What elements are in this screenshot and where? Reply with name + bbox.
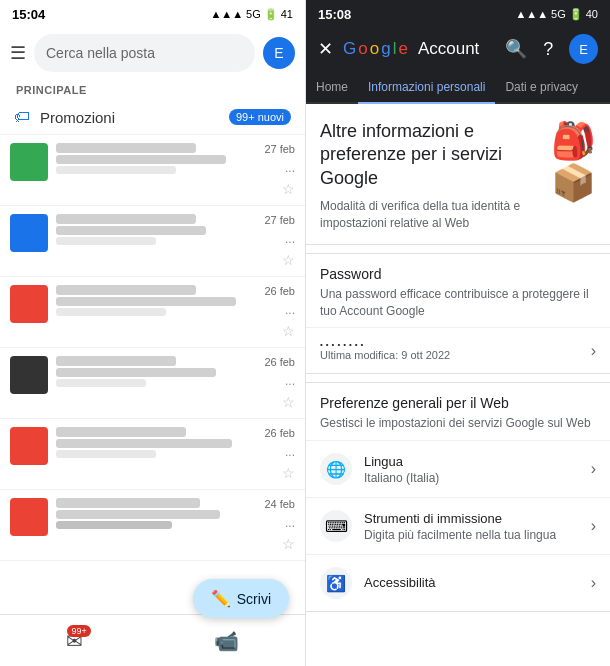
email-avatar	[10, 498, 48, 536]
email-options: ...	[285, 161, 295, 175]
compose-icon: ✏️	[211, 589, 231, 608]
email-item[interactable]: 24 feb ... ☆	[0, 490, 305, 561]
email-sender	[56, 285, 196, 295]
promotions-badge: 99+ nuovi	[229, 109, 291, 125]
search-icon-header[interactable]: 🔍	[505, 38, 527, 60]
close-icon[interactable]: ✕	[318, 38, 333, 60]
language-row[interactable]: 🌐 Lingua Italiano (Italia) ›	[306, 440, 610, 497]
accessibility-row[interactable]: ♿ Accessibilità ›	[306, 554, 610, 611]
network-type-right: 5G	[551, 8, 566, 20]
tab-personal-info[interactable]: Informazioni personali	[358, 72, 495, 104]
hero-title: Altre informazioni e preferenze per i se…	[320, 120, 543, 190]
star-icon[interactable]: ☆	[282, 252, 295, 268]
menu-icon[interactable]: ☰	[10, 42, 26, 64]
input-tools-row[interactable]: ⌨ Strumenti di immissione Digita più fac…	[306, 497, 610, 554]
password-row[interactable]: •••••••• Ultima modifica: 9 ott 2022 ›	[306, 327, 610, 373]
email-options: ...	[285, 516, 295, 530]
chevron-right-icon: ›	[591, 460, 596, 478]
section-label-main: PRINCIPALE	[0, 78, 305, 100]
hero-desc: Modalità di verifica della tua identità …	[320, 198, 543, 232]
account-panel: 15:08 ▲▲▲ 5G 🔋 40 ✕ Google Account 🔍 ? E…	[305, 0, 610, 666]
email-meta: 26 feb ... ☆	[264, 285, 295, 339]
help-icon[interactable]: ?	[543, 39, 553, 60]
email-preview	[56, 166, 176, 174]
email-item[interactable]: 27 feb ... ☆	[0, 135, 305, 206]
info-hero: Altre informazioni e preferenze per i se…	[306, 104, 610, 245]
input-tools-content: Strumenti di immissione Digita più facil…	[364, 511, 591, 542]
email-preview	[56, 379, 146, 387]
star-icon[interactable]: ☆	[282, 536, 295, 552]
chevron-right-icon: ›	[591, 342, 596, 360]
nav-item-mail[interactable]: ✉ 99+	[66, 629, 83, 653]
status-bar-right: 15:08 ▲▲▲ 5G 🔋 40	[306, 0, 610, 28]
compose-label: Scrivi	[237, 591, 271, 607]
email-meta: 27 feb ... ☆	[264, 214, 295, 268]
email-sender	[56, 356, 176, 366]
email-avatar	[10, 214, 48, 252]
star-icon[interactable]: ☆	[282, 394, 295, 410]
email-meta: 26 feb ... ☆	[264, 356, 295, 410]
email-item[interactable]: 27 feb ... ☆	[0, 206, 305, 277]
search-bar[interactable]: Cerca nella posta	[34, 34, 255, 72]
email-subject	[56, 155, 226, 164]
mail-badge: 99+	[67, 625, 90, 637]
email-content	[56, 285, 256, 316]
email-preview	[56, 237, 156, 245]
password-section: Password Una password efficace contribui…	[306, 253, 610, 375]
email-list: 27 feb ... ☆ 27 feb ... ☆	[0, 135, 305, 614]
email-item[interactable]: 26 feb ... ☆	[0, 277, 305, 348]
email-avatar	[10, 143, 48, 181]
battery-level-left: 41	[281, 8, 293, 20]
email-avatar	[10, 356, 48, 394]
email-options: ...	[285, 374, 295, 388]
battery-level-right: 40	[586, 8, 598, 20]
email-meta: 26 feb ... ☆	[264, 427, 295, 481]
email-date: 26 feb	[264, 356, 295, 368]
account-header: ✕ Google Account 🔍 ? E	[306, 28, 610, 72]
signal-icon-left: ▲▲▲	[210, 8, 243, 20]
password-content: •••••••• Ultima modifica: 9 ott 2022	[320, 340, 591, 361]
web-prefs-desc: Gestisci le impostazioni dei servizi Goo…	[306, 415, 610, 440]
tag-icon: 🏷	[14, 108, 30, 126]
email-date: 27 feb	[264, 214, 295, 226]
email-content	[56, 356, 256, 387]
email-sender	[56, 427, 186, 437]
star-icon[interactable]: ☆	[282, 323, 295, 339]
nav-item-video[interactable]: 📹	[214, 629, 239, 653]
email-item[interactable]: 26 feb ... ☆	[0, 419, 305, 490]
email-avatar	[10, 285, 48, 323]
star-icon[interactable]: ☆	[282, 465, 295, 481]
email-item[interactable]: 26 feb ... ☆	[0, 348, 305, 419]
battery-icon-left: 🔋	[264, 8, 278, 21]
promotions-label: Promozioni	[40, 109, 229, 126]
input-tools-title: Strumenti di immissione	[364, 511, 591, 526]
tab-home[interactable]: Home	[306, 72, 358, 104]
email-avatar	[10, 427, 48, 465]
hero-text: Altre informazioni e preferenze per i se…	[320, 120, 543, 232]
signal-icon-right: ▲▲▲	[515, 8, 548, 20]
status-bar-left: 15:04 ▲▲▲ 5G 🔋 41	[0, 0, 305, 28]
account-title: Account	[418, 39, 479, 59]
promotions-row[interactable]: 🏷 Promozioni 99+ nuovi	[0, 100, 305, 135]
google-logo: Google	[343, 39, 408, 59]
tab-data-privacy[interactable]: Dati e privacy	[495, 72, 588, 104]
password-last-modified: Ultima modifica: 9 ott 2022	[320, 349, 591, 361]
avatar-right[interactable]: E	[569, 34, 598, 64]
email-sender	[56, 214, 196, 224]
email-meta: 24 feb ... ☆	[264, 498, 295, 552]
email-subject	[56, 297, 236, 306]
email-options: ...	[285, 303, 295, 317]
email-subject	[56, 439, 232, 448]
star-icon[interactable]: ☆	[282, 181, 295, 197]
battery-icon-right: 🔋	[569, 8, 583, 21]
email-preview	[56, 450, 156, 458]
email-meta: 27 feb ... ☆	[264, 143, 295, 197]
web-preferences-section: Preferenze generali per il Web Gestisci …	[306, 382, 610, 612]
compose-button[interactable]: ✏️ Scrivi	[193, 579, 289, 618]
keyboard-icon: ⌨	[320, 510, 352, 542]
avatar-left[interactable]: E	[263, 37, 295, 69]
email-content	[56, 498, 256, 529]
account-content: Altre informazioni e preferenze per i se…	[306, 104, 610, 666]
chevron-right-icon: ›	[591, 517, 596, 535]
email-options: ...	[285, 232, 295, 246]
